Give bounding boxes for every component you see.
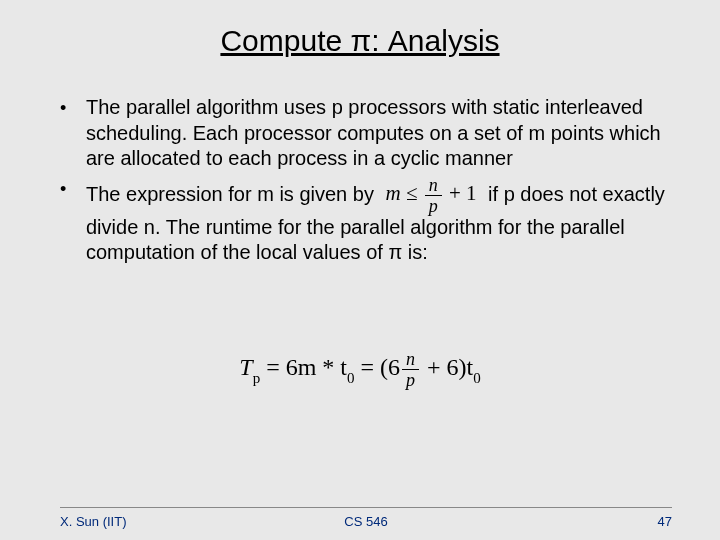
fraction-denominator: p	[425, 196, 442, 215]
eq-text: + 6)t	[421, 354, 473, 380]
eq-sub: 0	[473, 370, 481, 386]
eq-sub: p	[253, 370, 261, 386]
bullet-item: • The parallel algorithm uses p processo…	[60, 95, 670, 172]
display-equation: Tp = 6m * t0 = (6np + 6)t0	[0, 350, 720, 389]
eq-var: T	[239, 354, 252, 380]
fraction-numerator: n	[402, 350, 419, 370]
text-fragment: The expression for m is given by	[86, 183, 379, 205]
bullet-item: • The expression for m is given by m ≤ n…	[60, 176, 670, 266]
footer-page-number: 47	[658, 514, 672, 529]
eq-text: = (6	[355, 354, 401, 380]
fraction-denominator: p	[402, 370, 419, 389]
math-lhs: m ≤	[385, 181, 417, 205]
math-tail: + 1	[449, 181, 477, 205]
slide-title: Compute π: Analysis	[0, 24, 720, 58]
eq-sub: 0	[347, 370, 355, 386]
eq-text: = 6m * t	[260, 354, 347, 380]
slide: Compute π: Analysis • The parallel algor…	[0, 0, 720, 540]
bullet-text: The expression for m is given by m ≤ n p…	[86, 176, 670, 266]
bullet-marker: •	[60, 95, 86, 172]
footer-course: CS 546	[60, 514, 672, 529]
fraction: np	[400, 350, 421, 389]
bullet-text: The parallel algorithm uses p processors…	[86, 95, 670, 172]
fraction-numerator: n	[425, 176, 442, 196]
bullet-marker: •	[60, 176, 86, 266]
footer: X. Sun (IIT) CS 546 47	[60, 507, 672, 514]
inline-formula: m ≤ n p + 1	[379, 176, 482, 215]
slide-body: • The parallel algorithm uses p processo…	[60, 95, 670, 270]
fraction: n p	[423, 176, 444, 215]
